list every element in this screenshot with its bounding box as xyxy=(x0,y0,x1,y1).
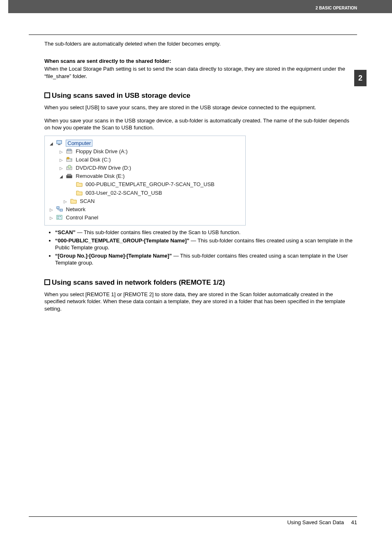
svg-rect-14 xyxy=(57,215,62,219)
chevron-right-icon: ▷ xyxy=(60,157,64,164)
bullet-3-bold: “[Group No.]-[Group Name]-[Template Name… xyxy=(55,253,172,259)
bullet-1-bold: “SCAN” xyxy=(55,229,76,235)
network-section-heading: Using scans saved in network folders (RE… xyxy=(44,278,353,288)
usb-para-1: When you select [USB] to save your scans… xyxy=(44,104,353,111)
tree-control-panel: ▷ Control Panel xyxy=(50,214,240,222)
chapter-label: 2 BASIC OPERATION xyxy=(316,6,357,10)
folder-icon xyxy=(76,181,83,187)
chevron-down-icon: ◢ xyxy=(50,140,54,147)
tree-spacer xyxy=(69,182,74,188)
tree-spacer xyxy=(69,190,74,197)
chevron-down-icon: ◢ xyxy=(60,173,64,180)
tree-folder-2: 003-User_02-2-SCAN_TO_USB xyxy=(50,189,240,197)
usb-para-2: When you save your scans in the USB stor… xyxy=(44,117,353,131)
svg-rect-1 xyxy=(58,144,60,145)
usb-bullet-list: “SCAN” — This sub-folder contains files … xyxy=(44,229,353,267)
chevron-right-icon: ▷ xyxy=(50,215,54,221)
chevron-right-icon: ▷ xyxy=(50,207,54,213)
tree-network: ▷ Network xyxy=(50,205,240,214)
svg-rect-12 xyxy=(57,207,59,209)
svg-rect-16 xyxy=(60,216,61,217)
dvd-drive-icon xyxy=(66,165,73,170)
tree-folder-2-label: 003-User_02-2-SCAN_TO_USB xyxy=(85,190,162,196)
explorer-tree-screenshot: ◢ Computer ▷ Floppy Disk Drive (A:) ▷ Lo… xyxy=(44,136,246,226)
control-panel-icon xyxy=(56,214,63,220)
usb-heading-text: Using scans saved in USB storage device xyxy=(52,92,190,99)
list-item: “[Group No.]-[Group Name]-[Template Name… xyxy=(55,252,353,267)
tree-folder-scan: ▷ SCAN xyxy=(50,197,240,205)
chevron-right-icon: ▷ xyxy=(60,165,64,172)
shared-folder-heading: When scans are sent directly to the shar… xyxy=(44,58,353,65)
tree-floppy-label: Floppy Disk Drive (A:) xyxy=(76,148,127,154)
tree-computer: ◢ Computer xyxy=(50,139,240,147)
computer-icon xyxy=(56,140,63,146)
network-para: When you select [REMOTE 1] or [REMOTE 2]… xyxy=(44,291,353,313)
tree-folder-scan-label: SCAN xyxy=(80,198,95,204)
footer-page-number: 41 xyxy=(351,519,357,525)
bullet-square-icon xyxy=(44,92,50,98)
tree-removable: ◢ Removable Disk (E:) xyxy=(50,172,240,180)
list-item: “000-PUBLIC_TEMPLATE_GROUP-[Template Nam… xyxy=(55,237,353,251)
svg-rect-0 xyxy=(57,140,62,144)
footer-title: Using Saved Scan Data xyxy=(287,519,344,525)
tree-computer-label: Computer xyxy=(66,140,92,147)
tree-dvd-label: DVD/CD-RW Drive (D:) xyxy=(76,165,131,171)
usb-section-heading: Using scans saved in USB storage device xyxy=(44,91,353,101)
tree-local-label: Local Disk (C:) xyxy=(76,157,111,163)
svg-rect-13 xyxy=(60,209,62,211)
svg-rect-5 xyxy=(67,157,69,159)
network-icon xyxy=(56,206,63,212)
svg-point-9 xyxy=(69,166,70,167)
svg-rect-15 xyxy=(58,216,59,217)
page-footer: Using Saved Scan Data 41 xyxy=(29,516,357,525)
list-item: “SCAN” — This sub-folder contains files … xyxy=(55,229,353,236)
tree-removable-label: Removable Disk (E:) xyxy=(76,173,125,179)
chevron-right-icon: ▷ xyxy=(60,149,64,155)
tree-network-label: Network xyxy=(66,206,85,212)
removable-disk-icon xyxy=(66,173,73,179)
svg-rect-17 xyxy=(58,218,59,219)
tree-floppy: ▷ Floppy Disk Drive (A:) xyxy=(50,147,240,156)
page-content: The sub-folders are automatically delete… xyxy=(44,35,353,316)
tree-control-label: Control Panel xyxy=(66,214,98,221)
floppy-drive-icon xyxy=(66,148,73,154)
tree-dvd: ▷ DVD/CD-RW Drive (D:) xyxy=(50,164,240,172)
shared-folder-para: When the Local Storage Path setting is s… xyxy=(44,65,353,80)
tree-local-disk: ▷ Local Disk (C:) xyxy=(50,156,240,164)
bullet-1-rest: — This sub-folder contains files created… xyxy=(76,229,241,235)
network-heading-text: Using scans saved in network folders (RE… xyxy=(52,279,225,286)
tree-folder-1-label: 000-PUBLIC_TEMPLATE_GROUP-7-SCAN_TO_USB xyxy=(85,181,214,187)
local-disk-icon xyxy=(66,157,73,162)
svg-point-6 xyxy=(71,159,71,160)
chevron-right-icon: ▷ xyxy=(64,198,68,205)
tree-folder-1: 000-PUBLIC_TEMPLATE_GROUP-7-SCAN_TO_USB xyxy=(50,180,240,189)
chapter-side-tab: 2 xyxy=(354,70,367,86)
bullet-2-bold: “000-PUBLIC_TEMPLATE_GROUP-[Template Nam… xyxy=(55,237,189,244)
intro-para: The sub-folders are automatically delete… xyxy=(44,40,353,48)
svg-rect-11 xyxy=(67,174,71,176)
svg-rect-3 xyxy=(67,149,71,151)
bullet-square-icon xyxy=(44,279,50,285)
folder-icon xyxy=(70,198,77,204)
folder-icon xyxy=(76,190,83,196)
